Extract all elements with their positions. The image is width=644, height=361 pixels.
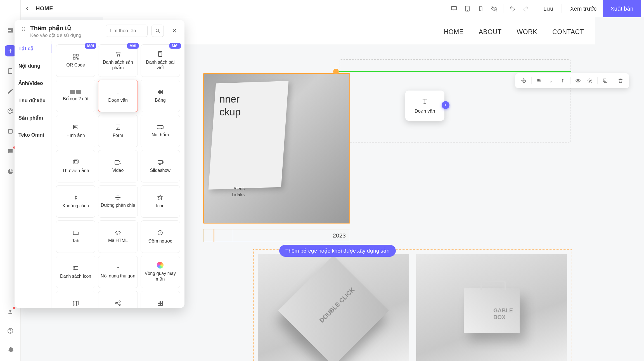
svg-point-13 bbox=[577, 80, 579, 81]
grid-icon[interactable] bbox=[534, 75, 544, 86]
tile-map[interactable]: Bản đồ bbox=[56, 291, 95, 308]
tile-paragraph[interactable]: Đoạn văn bbox=[98, 80, 138, 112]
device-mobile-icon[interactable] bbox=[474, 0, 487, 17]
trash-icon[interactable] bbox=[615, 75, 626, 86]
svg-rect-26 bbox=[73, 57, 75, 59]
rail-help-icon[interactable] bbox=[5, 325, 16, 336]
rail-analytics-icon[interactable] bbox=[5, 166, 16, 177]
gear-icon[interactable] bbox=[584, 75, 595, 86]
move-icon[interactable] bbox=[518, 75, 529, 86]
svg-rect-47 bbox=[160, 301, 162, 303]
rail-pages-icon[interactable] bbox=[5, 65, 16, 77]
tile-post-list[interactable]: MớiDanh sách bài viết bbox=[141, 44, 180, 77]
gallery-image-1[interactable]: DOUBLE CLICK bbox=[258, 254, 409, 361]
search-icon[interactable] bbox=[151, 25, 164, 37]
badge-new: Mới bbox=[127, 43, 139, 49]
svg-rect-4 bbox=[8, 129, 12, 133]
tile-image[interactable]: Hình ảnh bbox=[56, 115, 95, 147]
close-icon[interactable] bbox=[169, 26, 179, 36]
hero-author: AlensLidaks bbox=[232, 186, 245, 198]
tile-button[interactable]: Nút bấm bbox=[141, 115, 180, 147]
tile-table[interactable]: Bảng bbox=[141, 80, 180, 112]
redo-icon[interactable] bbox=[519, 0, 532, 17]
rail-templates-icon[interactable] bbox=[5, 25, 16, 36]
eye-icon[interactable] bbox=[573, 75, 583, 86]
rail-user-icon[interactable] bbox=[5, 306, 16, 317]
tile-collapse[interactable]: Nội dung thu gọn bbox=[98, 256, 138, 288]
list-icon bbox=[157, 300, 164, 306]
nav-contact[interactable]: CONTACT bbox=[552, 28, 584, 36]
svg-rect-46 bbox=[158, 301, 160, 303]
add-layout-tooltip[interactable]: Thêm bố cục hoặc khối được xây dựng sẵn bbox=[279, 245, 396, 257]
tile-two-col[interactable]: Bố cục 2 cột bbox=[56, 80, 95, 112]
move-up-icon[interactable] bbox=[557, 75, 568, 86]
tile-wheel[interactable]: Vòng quay may mắn bbox=[141, 256, 180, 288]
back-button[interactable] bbox=[21, 6, 34, 11]
rail-settings-icon[interactable] bbox=[5, 344, 16, 355]
tile-gallery[interactable]: Thư viện ảnh bbox=[56, 150, 95, 182]
svg-point-23 bbox=[156, 29, 159, 32]
tile-slideshow[interactable]: Slideshow bbox=[141, 150, 180, 182]
tile-spacer[interactable]: Khoảng cách bbox=[56, 185, 95, 218]
cart-icon bbox=[115, 51, 121, 57]
tile-video[interactable]: Video bbox=[98, 150, 138, 182]
cat-media[interactable]: Ảnh/Video bbox=[18, 80, 49, 86]
preview-button[interactable]: Xem trước bbox=[564, 0, 603, 17]
svg-point-17 bbox=[22, 27, 23, 28]
search-input[interactable] bbox=[106, 25, 148, 37]
tile-social[interactable]: Icon mạng xã bbox=[98, 291, 138, 308]
divider-icon bbox=[115, 195, 121, 200]
visibility-off-icon[interactable] bbox=[487, 0, 501, 17]
tile-icon[interactable]: Icon bbox=[141, 185, 180, 218]
panel-title: Thêm phần tử bbox=[30, 25, 102, 32]
svg-point-3 bbox=[11, 110, 12, 111]
rail-pencil-icon[interactable] bbox=[5, 86, 16, 97]
tile-html[interactable]: Mã HTML bbox=[98, 220, 138, 253]
dragged-element-chip[interactable]: Đoạn văn + bbox=[405, 91, 444, 121]
cat-content[interactable]: Nội dung bbox=[18, 63, 49, 69]
text-icon bbox=[421, 98, 429, 105]
element-grid: MớiQR Code MớiDanh sách sản phẩm MớiDanh… bbox=[51, 41, 184, 308]
copy-icon[interactable] bbox=[600, 75, 610, 86]
tile-divider[interactable]: Đường phân chia bbox=[98, 185, 138, 218]
rail-palette-icon[interactable] bbox=[5, 106, 16, 117]
drag-handle-icon[interactable] bbox=[21, 26, 26, 32]
hero-year[interactable]: 2023 bbox=[203, 229, 350, 242]
nav-home[interactable]: HOME bbox=[444, 28, 464, 36]
tile-qr[interactable]: MớiQR Code bbox=[56, 44, 95, 77]
gallery-image-2[interactable]: GABLEBOX bbox=[416, 254, 567, 361]
wheel-icon bbox=[157, 262, 164, 269]
rail-chat-icon[interactable] bbox=[5, 146, 16, 157]
nav-work[interactable]: WORK bbox=[517, 28, 537, 36]
gallery-section[interactable]: DOUBLE CLICK GABLEBOX bbox=[253, 249, 572, 361]
svg-point-19 bbox=[22, 30, 23, 31]
badge-new: Mới bbox=[169, 43, 181, 49]
tile-product-list[interactable]: MớiDanh sách sản phẩm bbox=[98, 44, 138, 77]
tile-countdown[interactable]: Đếm ngược bbox=[141, 220, 180, 253]
hero-text-2: ckup bbox=[219, 106, 241, 118]
svg-point-41 bbox=[74, 268, 74, 269]
publish-button[interactable]: Xuất bản bbox=[603, 0, 641, 17]
svg-point-18 bbox=[22, 29, 23, 30]
tile-tab[interactable]: Tab bbox=[56, 220, 95, 253]
tile-form[interactable]: Form bbox=[98, 115, 138, 147]
tile-list[interactable]: Danh sách bbox=[141, 291, 180, 308]
tile-icon-list[interactable]: Danh sách Icon bbox=[56, 256, 95, 288]
save-button[interactable]: Lưu bbox=[537, 0, 559, 17]
svg-point-21 bbox=[24, 29, 25, 30]
device-tablet-icon[interactable] bbox=[461, 0, 474, 17]
hero-image[interactable]: nner ckup AlensLidaks bbox=[203, 73, 350, 224]
drop-handle[interactable] bbox=[333, 69, 339, 74]
icon-list-icon bbox=[72, 265, 79, 271]
svg-rect-35 bbox=[73, 161, 77, 164]
device-desktop-icon[interactable] bbox=[447, 0, 461, 17]
undo-icon[interactable] bbox=[506, 0, 519, 17]
cat-all[interactable]: Tất cả bbox=[18, 46, 49, 52]
cat-teko[interactable]: Teko Omni bbox=[18, 132, 49, 138]
nav-about[interactable]: ABOUT bbox=[479, 28, 502, 36]
rail-layers-icon[interactable] bbox=[5, 126, 16, 137]
rail-add-icon[interactable] bbox=[5, 45, 16, 56]
cat-product[interactable]: Sản phẩm bbox=[18, 115, 49, 121]
cat-data[interactable]: Thu dữ liệu bbox=[18, 98, 49, 104]
move-down-icon[interactable] bbox=[546, 75, 556, 86]
